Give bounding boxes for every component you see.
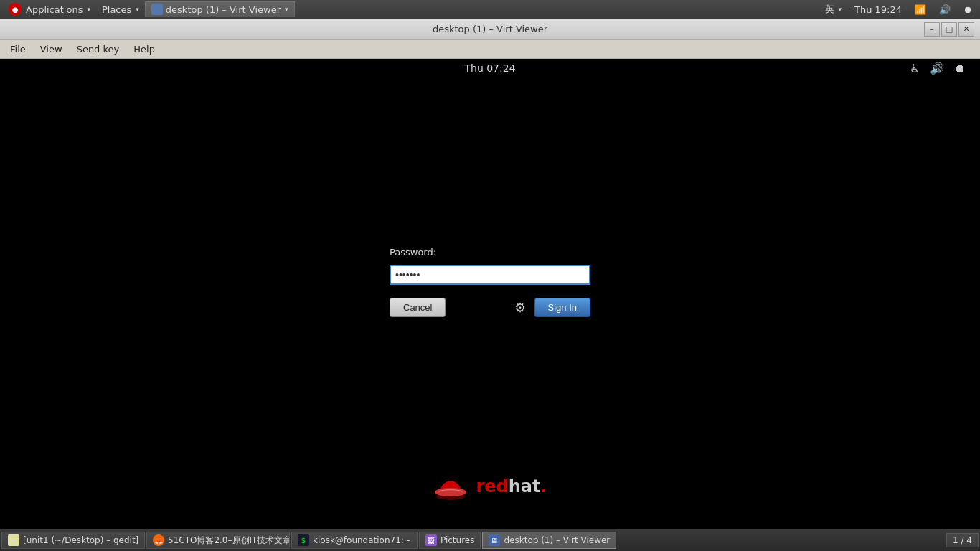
help-menu[interactable]: Help	[126, 42, 162, 56]
active-window-label: desktop (1) – Virt Viewer	[166, 4, 281, 15]
taskbar-item-firefox[interactable]: 🦊 51CTO博客2.0–原创IT技术文章…	[146, 532, 290, 549]
applications-chevron: ▾	[87, 6, 90, 13]
vm-clock: Thu 07:24	[464, 62, 515, 74]
redhat-hat-icon	[433, 472, 468, 501]
power-menu[interactable]: ⏺	[959, 3, 977, 17]
vm-volume-icon: 🔊	[930, 62, 944, 75]
virt-label: desktop (1) – Virt Viewer	[504, 535, 610, 545]
cancel-button[interactable]: Cancel	[390, 298, 446, 317]
taskbar-item-gedit[interactable]: ✏ [unit1 (~/Desktop) – gedit]	[1, 532, 145, 549]
firefox-label: 51CTO博客2.0–原创IT技术文章…	[168, 534, 290, 547]
password-label: Password:	[390, 247, 436, 258]
terminal-icon: $	[298, 534, 309, 546]
pictures-icon: 🖼	[425, 534, 437, 546]
redhat-icon: ●	[9, 3, 22, 16]
active-window-button[interactable]: desktop (1) – Virt Viewer ▾	[145, 1, 295, 17]
clock-display[interactable]: Thu 19:24	[850, 3, 906, 17]
file-menu[interactable]: File	[3, 42, 33, 56]
pictures-label: Pictures	[440, 535, 475, 545]
applications-menu[interactable]: ● Applications ▾	[3, 1, 96, 17]
signin-button[interactable]: Sign In	[534, 298, 590, 317]
vm-top-bar: Thu 07:24 ♿ 🔊 ⏺	[0, 59, 980, 77]
taskbar-item-terminal[interactable]: $ kiosk@foundation71:~	[291, 532, 418, 549]
workspace-pager[interactable]: 1 / 4	[946, 533, 979, 547]
window-title: desktop (1) – Virt Viewer	[433, 24, 547, 34]
taskbar: ✏ [unit1 (~/Desktop) – gedit] 🦊 51CTO博客2…	[0, 529, 980, 551]
taskbar-item-pictures[interactable]: 🖼 Pictures	[419, 532, 481, 549]
login-buttons: Cancel ⚙ Sign In	[390, 298, 590, 317]
maximize-button[interactable]: □	[941, 22, 957, 37]
power-icon: ⏺	[963, 4, 973, 15]
language-indicator[interactable]: 英 ▾	[821, 1, 846, 17]
send-key-menu[interactable]: Send key	[70, 42, 127, 56]
settings-gear-button[interactable]: ⚙	[514, 300, 526, 316]
places-menu[interactable]: Places ▾	[96, 3, 145, 17]
places-label: Places	[102, 4, 131, 15]
view-menu[interactable]: View	[33, 42, 70, 56]
applications-label: Applications	[26, 4, 83, 15]
volume-icon[interactable]: 🔊	[935, 3, 955, 17]
clock-label: Thu 19:24	[854, 4, 902, 15]
wifi-icon: 📶	[915, 4, 926, 15]
redhat-logo: redhat.	[433, 472, 547, 501]
gedit-label: [unit1 (~/Desktop) – gedit]	[23, 535, 138, 545]
minimize-button[interactable]: –	[924, 22, 940, 37]
close-button[interactable]: ✕	[958, 22, 974, 37]
menu-bar: File View Send key Help	[0, 40, 980, 59]
terminal-label: kiosk@foundation71:~	[313, 535, 411, 545]
lang-chevron: ▾	[838, 6, 842, 13]
firefox-icon: 🦊	[153, 534, 164, 546]
vm-display[interactable]: Thu 07:24 ♿ 🔊 ⏺ Password: Cancel ⚙ Sign …	[0, 59, 980, 529]
gedit-icon: ✏	[8, 534, 19, 546]
window-controls: – □ ✕	[924, 22, 974, 37]
vm-accessibility-icon: ♿	[910, 62, 920, 75]
places-chevron: ▾	[136, 6, 139, 13]
top-system-bar: ● Applications ▾ Places ▾ desktop (1) – …	[0, 0, 980, 19]
redhat-logo-text: redhat.	[476, 476, 547, 496]
vm-status-icons: ♿ 🔊 ⏺	[910, 62, 966, 75]
password-input[interactable]	[390, 265, 590, 285]
virt-viewer-icon: 🖥	[489, 534, 500, 546]
title-bar: desktop (1) – Virt Viewer – □ ✕	[0, 19, 980, 40]
window-chevron: ▾	[285, 6, 288, 13]
taskbar-item-virt[interactable]: 🖥 desktop (1) – Virt Viewer	[482, 532, 616, 549]
speaker-icon: 🔊	[939, 4, 951, 15]
login-area: Password: Cancel ⚙ Sign In	[390, 77, 590, 529]
taskbar-right: 1 / 4	[946, 533, 979, 547]
window-icon	[151, 4, 163, 15]
language-label: 英	[825, 3, 834, 16]
login-box: Password: Cancel ⚙ Sign In	[390, 247, 590, 317]
network-icon[interactable]: 📶	[910, 3, 930, 17]
virt-viewer-window: desktop (1) – Virt Viewer – □ ✕ File Vie…	[0, 19, 980, 529]
vm-power-icon: ⏺	[954, 62, 966, 75]
